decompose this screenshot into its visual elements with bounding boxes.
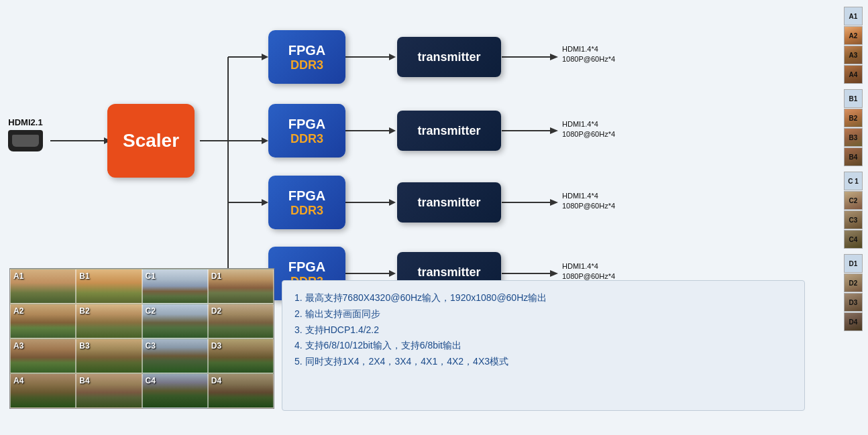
right-cell-a3: A3 <box>844 46 863 64</box>
output-spec-1: HDMI1.4*4 1080P@60Hz*4 <box>562 44 615 65</box>
thumb-c1: C1 <box>142 269 208 304</box>
thumb-d3: D3 <box>208 338 274 373</box>
thumb-a2: A2 <box>10 304 76 338</box>
right-cell-c3: C3 <box>844 210 863 229</box>
right-cell-a1: A1 <box>844 7 863 25</box>
fpga-box-3: FPGA DDR3 <box>268 176 345 229</box>
right-cell-d1: D1 <box>844 254 863 273</box>
right-cell-b4: B4 <box>844 147 863 166</box>
transmitter-label-1: transmitter <box>417 50 480 64</box>
transmitter-3: transmitter <box>397 182 501 223</box>
right-cell-d2: D2 <box>844 273 863 292</box>
main-container: HDMI2.1 Scaler FPGA DDR3 FPGA DDR3 FPGA … <box>0 0 868 435</box>
right-cell-d4: D4 <box>844 312 863 331</box>
thumb-c4: C4 <box>142 373 208 408</box>
feature-3: 3. 支持HDCP1.4/2.2 <box>294 322 792 338</box>
fpga-ddr-3: DDR3 <box>290 204 323 218</box>
thumb-grid: A1 B1 C1 D1 A2 B2 C2 D2 A3 B3 <box>9 268 274 409</box>
thumb-a1: A1 <box>10 269 76 304</box>
output-spec-2: HDMI1.4*4 1080P@60Hz*4 <box>562 119 615 140</box>
feature-1: 1. 最高支持7680X4320@60Hz输入，1920x1080@60Hz输出 <box>294 290 792 306</box>
thumb-c3: C3 <box>142 338 208 373</box>
thumb-b2: B2 <box>76 304 142 338</box>
transmitter-label-2: transmitter <box>417 124 480 138</box>
thumb-d4: D4 <box>208 373 274 408</box>
feature-box: 1. 最高支持7680X4320@60Hz输入，1920x1080@60Hz输出… <box>282 280 805 411</box>
feature-5: 5. 同时支持1X4，2X4，3X4，4X1，4X2，4X3模式 <box>294 354 792 370</box>
thumb-b3: B3 <box>76 338 142 373</box>
hdmi-port <box>8 130 43 151</box>
fpga-title-1: FPGA <box>288 42 326 58</box>
scaler-box: Scaler <box>107 104 195 178</box>
right-cell-d3: D3 <box>844 293 863 312</box>
thumb-d2: D2 <box>208 304 274 338</box>
transmitter-label-3: transmitter <box>417 196 480 210</box>
fpga-box-2: FPGA DDR3 <box>268 104 345 158</box>
transmitter-label-4: transmitter <box>417 265 480 279</box>
fpga-ddr-2: DDR3 <box>290 132 323 146</box>
right-cell-a4: A4 <box>844 65 863 84</box>
right-cell-c4: C4 <box>844 230 863 249</box>
fpga-ddr-1: DDR3 <box>290 58 323 72</box>
output-spec-3: HDMI1.4*4 1080P@60Hz*4 <box>562 191 615 212</box>
svg-marker-24 <box>550 127 558 134</box>
thumb-d1: D1 <box>208 269 274 304</box>
thumb-b4: B4 <box>76 373 142 408</box>
hdmi-label: HDMI2.1 <box>8 117 42 127</box>
thumb-a4: A4 <box>10 373 76 408</box>
fpga-title-2: FPGA <box>288 116 326 132</box>
svg-marker-14 <box>389 54 396 60</box>
fpga-title-3: FPGA <box>288 188 326 204</box>
svg-marker-26 <box>550 199 558 206</box>
right-cell-b2: B2 <box>844 109 863 127</box>
transmitter-2: transmitter <box>397 111 501 151</box>
hdmi-input: HDMI2.1 <box>8 117 43 151</box>
right-cell-a2: A2 <box>844 26 863 45</box>
thumb-a3: A3 <box>10 338 76 373</box>
svg-marker-28 <box>550 270 558 277</box>
thumb-b1: B1 <box>76 269 142 304</box>
svg-marker-6 <box>262 137 268 144</box>
right-cell-b1: B1 <box>844 89 863 108</box>
right-cell-c2: C2 <box>844 191 863 210</box>
right-cell-b3: B3 <box>844 128 863 147</box>
svg-marker-3 <box>262 54 268 60</box>
svg-marker-22 <box>550 54 558 60</box>
transmitter-1: transmitter <box>397 37 501 77</box>
fpga-box-1: FPGA DDR3 <box>268 30 345 84</box>
right-grid: A1 A2 A3 A4 B1 B2 B3 B4 C 1 C2 C3 C4 D1 … <box>844 7 863 331</box>
fpga-title-4: FPGA <box>288 259 326 275</box>
output-spec-4: HDMI1.4*4 1080P@60Hz*4 <box>562 261 615 282</box>
feature-4: 4. 支持6/8/10/12bit输入，支持6/8bit输出 <box>294 338 792 354</box>
svg-marker-20 <box>389 270 396 277</box>
svg-marker-16 <box>389 127 396 134</box>
svg-marker-18 <box>389 199 396 206</box>
svg-marker-9 <box>262 199 268 206</box>
scaler-label: Scaler <box>123 130 179 151</box>
feature-2: 2. 输出支持画面同步 <box>294 306 792 322</box>
thumb-c2: C2 <box>142 304 208 338</box>
right-cell-c1: C 1 <box>844 172 863 190</box>
